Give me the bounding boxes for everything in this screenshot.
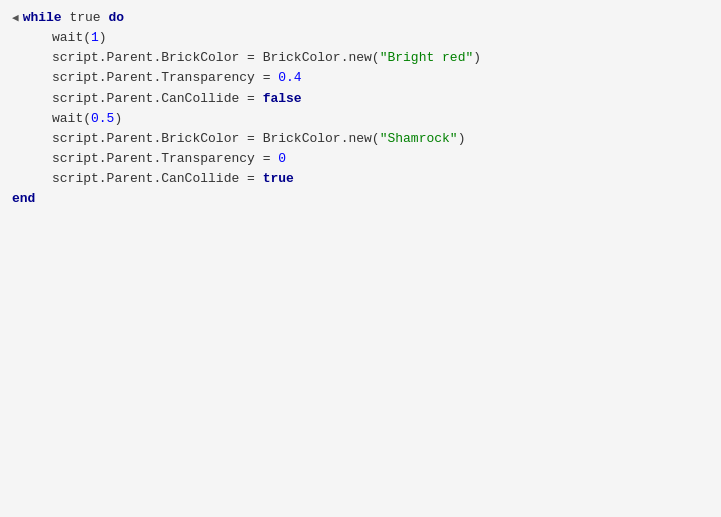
code-line-6: wait(0.5) bbox=[12, 109, 709, 129]
num-0: 0 bbox=[278, 149, 286, 169]
code-line-7: script.Parent.BrickColor = BrickColor.ne… bbox=[12, 129, 709, 149]
wait-call-1: wait( bbox=[52, 28, 91, 48]
code-line-9: script.Parent.CanCollide = true bbox=[12, 169, 709, 189]
num-04: 0.4 bbox=[278, 68, 301, 88]
wait-call-2: wait( bbox=[52, 109, 91, 129]
str-bright-red: "Bright red" bbox=[380, 48, 474, 68]
paren-close-3: ) bbox=[114, 109, 122, 129]
keyword-do: do bbox=[108, 8, 124, 28]
num-05: 0.5 bbox=[91, 109, 114, 129]
cancollide-2: script.Parent.CanCollide = bbox=[52, 169, 263, 189]
code-line-1: ◀while true do bbox=[12, 8, 709, 28]
code-editor[interactable]: ◀while true do wait(1) script.Parent.Bri… bbox=[0, 0, 721, 517]
paren-close-2: ) bbox=[473, 48, 481, 68]
code-line-8: script.Parent.Transparency = 0 bbox=[12, 149, 709, 169]
code-line-5: script.Parent.CanCollide = false bbox=[12, 89, 709, 109]
num-1: 1 bbox=[91, 28, 99, 48]
code-line-2: wait(1) bbox=[12, 28, 709, 48]
transparency-1: script.Parent.Transparency = bbox=[52, 68, 278, 88]
brick-color-1: script.Parent.BrickColor = BrickColor.ne… bbox=[52, 48, 380, 68]
paren-close-4: ) bbox=[458, 129, 466, 149]
code-line-10: end bbox=[12, 189, 709, 209]
arrow-icon: ◀ bbox=[12, 10, 19, 27]
kw-false: false bbox=[263, 89, 302, 109]
keyword-while: while bbox=[23, 8, 62, 28]
code-line-3: script.Parent.BrickColor = BrickColor.ne… bbox=[12, 48, 709, 68]
keyword-end: end bbox=[12, 189, 35, 209]
paren-close-1: ) bbox=[99, 28, 107, 48]
space-true: true bbox=[62, 8, 109, 28]
transparency-2: script.Parent.Transparency = bbox=[52, 149, 278, 169]
code-line-4: script.Parent.Transparency = 0.4 bbox=[12, 68, 709, 88]
kw-true: true bbox=[263, 169, 294, 189]
brick-color-2: script.Parent.BrickColor = BrickColor.ne… bbox=[52, 129, 380, 149]
str-shamrock: "Shamrock" bbox=[380, 129, 458, 149]
cancollide-1: script.Parent.CanCollide = bbox=[52, 89, 263, 109]
